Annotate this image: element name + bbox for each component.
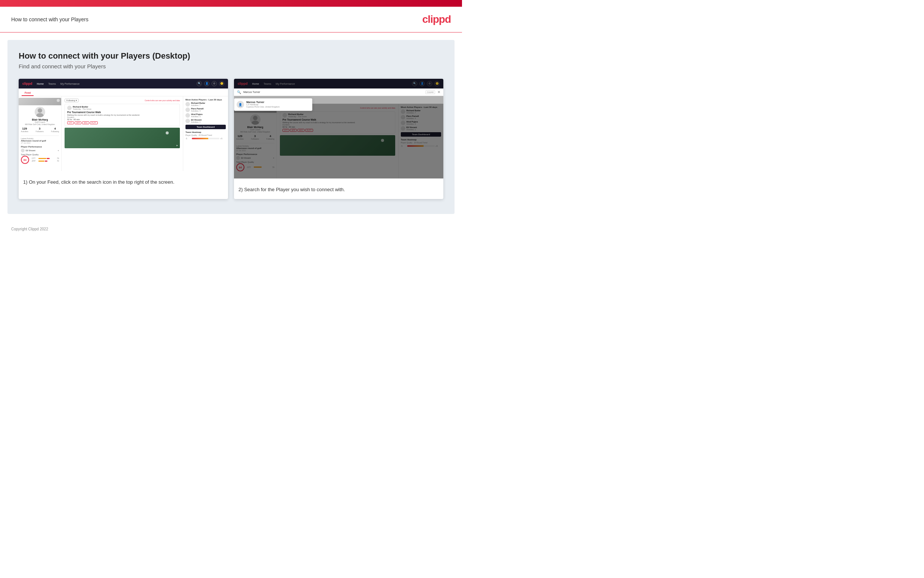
heatmap-note: Player Quality · 20 Round Trend	[186, 134, 226, 136]
mini-stat-following: 4 Following	[51, 127, 59, 133]
mini-stat-activities: 129 Activities	[21, 127, 28, 133]
caption-2: 2) Search for the Player you wish to con…	[234, 179, 443, 199]
top-bar	[0, 0, 462, 7]
user-icon-2[interactable]: 👤	[419, 81, 425, 86]
nav-item-myperformance-2[interactable]: My Performance	[276, 83, 295, 85]
pl-avatar-3	[186, 113, 190, 118]
pl-avatar-2	[186, 107, 190, 112]
mini-left-panel-1: Blair McHarg Golf Coach Mill Ride Golf C…	[19, 96, 61, 171]
copyright-text: Copyright Clippd 2022	[11, 227, 48, 231]
search-dropdown: 👤 Marcus Turner 1.5 Handicap Cypress Poi…	[234, 98, 312, 111]
following-button[interactable]: Following ▾	[65, 99, 79, 102]
avatar-icon-1[interactable]: 🙂	[219, 81, 224, 86]
main-subtitle: Find and connect with your Players	[19, 63, 443, 70]
mini-app-1: clippd Home Teams My Performance 🔍 👤 ⚙ 🙂…	[19, 79, 228, 171]
team-heatmap-title: Team Heatmap	[186, 131, 226, 133]
search-icon-1[interactable]: 🔍	[197, 81, 202, 86]
pl-avatar-1	[186, 102, 190, 106]
result-info: Marcus Turner 1.5 Handicap Cypress Point…	[246, 101, 280, 108]
screenshot-card-1: clippd Home Teams My Performance 🔍 👤 ⚙ 🙂…	[19, 79, 228, 199]
screenshot-card-2: clippd Home Teams My Performance 🔍 👤 ⚙ 🙂…	[234, 79, 443, 199]
team-dashboard-btn[interactable]: Team Dashboard	[186, 125, 226, 129]
mini-following-row: Following ▾ Control who can see your act…	[65, 99, 180, 102]
mini-name-2: Blair McHarg	[236, 126, 274, 128]
feed-tab-1[interactable]: Feed	[22, 90, 34, 96]
activity-tags: OTT APP ARG PUTT	[67, 121, 177, 124]
nav-item-home-1[interactable]: Home	[37, 83, 44, 85]
mini-club-1: Mill Ride Golf Club, United Kingdom	[21, 123, 59, 125]
control-link[interactable]: Control who can see your activity and da…	[145, 99, 180, 102]
mini-logo-2: clippd	[238, 82, 248, 86]
latest-activity-date: 27 Jul 2022	[21, 142, 59, 144]
footer: Copyright Clippd 2022	[0, 221, 462, 237]
mini-feed-panel-2: Following ▾ Control who can see your act…	[277, 104, 398, 179]
main-content: How to connect with your Players (Deskto…	[8, 40, 455, 214]
nav-item-myperformance-1[interactable]: My Performance	[60, 83, 79, 85]
settings-icon-1[interactable]: ⚙	[212, 81, 217, 86]
activity-source: Yesterday · The Grove	[73, 108, 91, 110]
player-list-item-3: Hiral Pujara Activities: 3	[186, 113, 226, 118]
mini-name-1: Blair McHarg	[21, 119, 59, 121]
user-icon-1[interactable]: 👤	[204, 81, 209, 86]
most-active-title: Most Active Players - Last 30 days	[186, 99, 226, 101]
main-title: How to connect with your Players (Deskto…	[19, 51, 443, 61]
search-input-text[interactable]: Marcus Turner	[243, 91, 423, 93]
mini-player-avatar-sm-1	[21, 149, 24, 153]
nav-item-teams-2[interactable]: Teams	[264, 83, 271, 85]
chevron-icon-1[interactable]: ▾	[58, 149, 59, 152]
golf-dot	[166, 132, 169, 135]
activity-title: Pre Tournament Course Walk	[67, 111, 177, 114]
mini-profile-1: Blair McHarg Golf Coach Mill Ride Golf C…	[21, 99, 59, 136]
mini-player-row-1: Eli Vincent ▾	[21, 149, 59, 153]
pl-activities-4: Activities: 1	[191, 121, 202, 123]
mini-feed-panel-1: Following ▾ Control who can see your act…	[61, 96, 183, 171]
avatar-icon-2[interactable]: 🙂	[434, 81, 440, 86]
activity-user: Richard Butler Yesterday · The Grove	[67, 106, 177, 110]
golf-image-1: ▶	[65, 128, 180, 148]
duration-value: 02 hr : 00 min	[67, 119, 177, 120]
mini-avatar-profile-2	[250, 114, 261, 125]
mini-tpq-row: 84 OTT 79	[21, 156, 59, 164]
header-title: How to connect with your Players	[11, 16, 89, 23]
mini-stats-row-1: 129 Activities 3 Followers 4 Following	[21, 127, 59, 133]
mini-app-body-2: Blair McHarg Golf Coach Mill Ride Golf C…	[234, 104, 443, 179]
heatmap-bar-neg: -5 +5	[186, 137, 226, 140]
search-bar: 🔍 Marcus Turner CLEAR ✕ 👤 Marcus Turner …	[234, 88, 443, 96]
clear-button[interactable]: CLEAR	[426, 90, 435, 94]
search-icon-2[interactable]: 🔍	[412, 81, 417, 86]
settings-icon-2[interactable]: ⚙	[427, 81, 432, 86]
player-list-item-2: Piers Parnell Activities: 4	[186, 107, 226, 112]
player-performance-title-1: Player Performance	[21, 146, 59, 148]
pl-activities-2: Activities: 4	[191, 110, 203, 112]
tag-app: APP	[74, 121, 81, 124]
score-circle: 84	[21, 156, 29, 164]
player-list-item-4: Eli Vincent Activities: 1	[186, 119, 226, 123]
mini-navbar-2: clippd Home Teams My Performance 🔍 👤 ⚙ 🙂	[234, 79, 443, 88]
tag-ott: OTT	[67, 121, 74, 124]
mini-club-2: Mill Ride Golf Club, United Kingdom	[236, 131, 274, 133]
mini-nav-icons-1: 🔍 👤 ⚙ 🙂	[197, 81, 224, 86]
svg-point-1	[36, 113, 44, 117]
header: How to connect with your Players clippd	[0, 7, 462, 32]
mini-right-panel-2: Most Active Players - Last 30 days Richa…	[398, 104, 443, 179]
close-button[interactable]: ✕	[437, 90, 440, 94]
nav-item-teams-1[interactable]: Teams	[48, 83, 56, 85]
result-avatar: 👤	[236, 101, 244, 108]
tag-putt: PUTT	[90, 121, 98, 124]
mini-left-panel-2: Blair McHarg Golf Coach Mill Ride Golf C…	[234, 104, 277, 179]
nav-item-home-2[interactable]: Home	[252, 83, 259, 85]
search-bar-icon: 🔍	[237, 90, 241, 94]
result-name: Marcus Turner	[246, 101, 280, 104]
mini-right-panel-1: Most Active Players - Last 30 days Richa…	[183, 96, 228, 171]
mini-nav-icons-2: 🔍 👤 ⚙ 🙂	[412, 81, 440, 86]
mini-app-2: clippd Home Teams My Performance 🔍 👤 ⚙ 🙂…	[234, 79, 443, 179]
search-result[interactable]: 👤 Marcus Turner 1.5 Handicap Cypress Poi…	[236, 101, 310, 108]
svg-point-3	[251, 120, 259, 125]
screenshots-row: clippd Home Teams My Performance 🔍 👤 ⚙ 🙂…	[19, 79, 443, 199]
mini-stats-row-2: 129 Activities 3 Followers 4 Following	[236, 135, 274, 140]
activity-card-1: Richard Butler Yesterday · The Grove Pre…	[65, 104, 180, 126]
activity-user-avatar	[67, 106, 72, 110]
pl-activities-3: Activities: 3	[191, 115, 202, 118]
mini-profile-2: Blair McHarg Golf Coach Mill Ride Golf C…	[236, 106, 274, 143]
player-performance-section-1: Player Performance Eli Vincent ▾ Total P…	[21, 146, 59, 164]
